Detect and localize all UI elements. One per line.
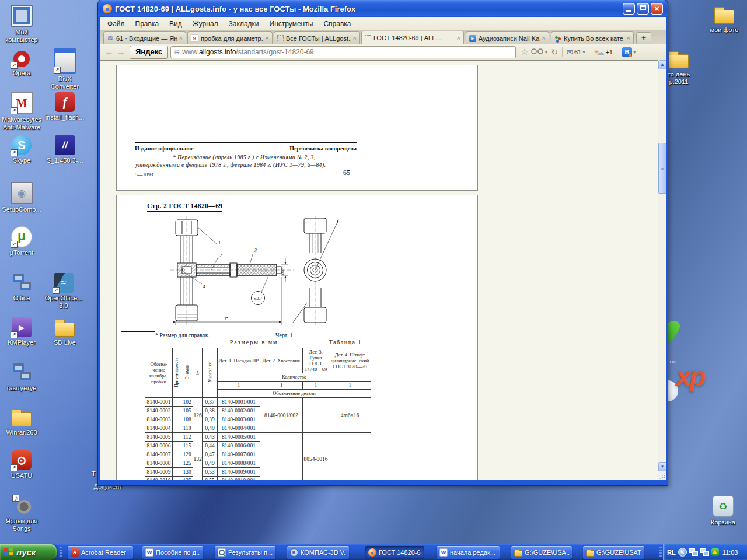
callout-1: 1 <box>218 240 221 246</box>
desktop-icon-songs[interactable]: Ярлык дляSongs <box>1 496 42 533</box>
taskbar-button-folder-guze2[interactable]: G:\GUZE\USAT... <box>583 546 644 559</box>
technical-drawing: 1 2 3 4 п.1.4 l* Ø20 <box>168 216 349 330</box>
window-titlebar[interactable]: ГОСТ 14820-69 | ALLgosts.info - у нас вс… <box>98 0 668 18</box>
desktop-icon-my-computer[interactable]: Мой компьютер <box>1 5 42 44</box>
desktop-icon-install-flash[interactable]: install_flash... <box>44 92 85 121</box>
scrollbar-thumb[interactable] <box>658 143 666 194</box>
desktop-icon-utorrent[interactable]: µTorrent <box>1 226 42 257</box>
menu-file[interactable]: Файл <box>102 19 130 29</box>
weather-widget[interactable]: +1 <box>594 48 613 57</box>
tab-close-icon[interactable] <box>627 35 630 41</box>
menu-history[interactable]: Журнал <box>187 19 224 29</box>
menu-edit[interactable]: Правка <box>130 19 165 29</box>
tab-close-icon[interactable] <box>266 35 269 41</box>
taskbar-button-kompas[interactable]: КОМПАС-3D V... <box>287 546 349 559</box>
desktop-icon-usatu[interactable]: USATU <box>1 450 42 480</box>
desktop-icon-kmplayer[interactable]: KMPlayer <box>1 317 42 346</box>
menu-bar: Файл Правка Вид Журнал Закладки Инструме… <box>100 18 666 30</box>
taskbar-button-search-results[interactable]: Результаты п... <box>215 546 275 559</box>
chevron-down-icon[interactable] <box>545 49 548 55</box>
desktop-icon-setupcomp[interactable]: SetupComp... <box>1 182 42 214</box>
tab-close-icon[interactable] <box>542 35 546 41</box>
desktop-icon-openoffice[interactable]: OpenOffice... 3.0 <box>43 273 84 310</box>
maximize-button[interactable] <box>637 3 649 15</box>
refresh-icon[interactable] <box>551 47 558 57</box>
desktop-icon-opera[interactable]: Opera <box>1 48 42 77</box>
folder-icon <box>12 412 32 426</box>
back-button[interactable] <box>103 46 115 58</box>
play-icon <box>469 35 476 42</box>
tab-audio[interactable]: Аудиозаписи Nail Ka... <box>466 32 549 44</box>
yandex-bar-icon[interactable]: B <box>622 47 632 57</box>
rule <box>135 142 357 143</box>
network-tray-icon[interactable] <box>700 548 709 556</box>
desktop-icon-s-file[interactable]: S_1.450.3-... <box>44 135 85 164</box>
desktop-icon-network[interactable]: гаытуетуе <box>1 363 42 392</box>
page-2-header: Стр. 2 ГОСТ 14820—69 <box>147 202 222 212</box>
col-designation: Обозна- чение калибра- пробки <box>145 348 173 398</box>
reissue-note-line1: * Переиздание (апрель 1985 г.) с Изменен… <box>173 154 315 160</box>
menu-tools[interactable]: Инструменты <box>264 19 319 29</box>
yandex-search-button[interactable]: Яндекс <box>130 46 168 59</box>
search-icon <box>218 548 226 556</box>
setup-icon <box>11 182 33 204</box>
chevron-down-icon[interactable] <box>582 49 585 55</box>
globe-icon <box>174 48 180 56</box>
resize-grip[interactable] <box>659 473 666 479</box>
new-tab-button[interactable]: + <box>636 32 651 45</box>
desktop-icon-skype[interactable]: Skype <box>1 135 42 164</box>
minimize-button[interactable] <box>623 3 635 15</box>
table-row: 8140-00011021260,378140-0001/0018140-000… <box>145 398 371 407</box>
antivirus-warning-icon[interactable] <box>711 548 719 556</box>
tab-close-icon[interactable] <box>457 35 460 41</box>
tab-shop[interactable]: Купить Во всех кате... <box>551 32 634 44</box>
quick-launch-separator <box>60 547 62 558</box>
folder-icon <box>669 54 689 68</box>
tab-close-icon[interactable] <box>179 35 183 41</box>
scroll-up-button[interactable] <box>658 60 666 69</box>
desktop-icon-office[interactable]: Office <box>1 273 42 302</box>
tab-gost-active[interactable]: ГОСТ 14820-69 | ALL... <box>361 31 464 44</box>
desktop-icon-divx[interactable]: DivX Converter <box>44 48 85 90</box>
taskbar-button-posobie[interactable]: Пособие по д... <box>142 546 203 559</box>
url-bar[interactable]: www.allgosts.info/standarts/gost-14820-6… <box>170 46 516 58</box>
menu-view[interactable]: Вид <box>164 19 187 29</box>
openoffice-icon <box>54 273 74 293</box>
start-button[interactable]: пуск <box>0 544 57 560</box>
language-indicator[interactable]: RL <box>667 549 676 556</box>
word-document-icon <box>145 548 153 556</box>
forward-button[interactable] <box>115 46 127 58</box>
desktop-icon-my-photos[interactable]: мои фото <box>704 5 745 34</box>
desktop-icon-sb-live[interactable]: SB Live <box>44 317 85 346</box>
desktop-icon-winrar[interactable]: Winrar.260 <box>1 407 42 436</box>
acrobat-icon <box>71 548 79 556</box>
desktop-icon-malwarebytes[interactable]: Malwarebytes Anti-Malware <box>1 92 42 131</box>
bookmark-star-icon[interactable] <box>521 47 528 57</box>
vertical-scrollbar[interactable] <box>658 60 666 480</box>
read-later-glasses-icon[interactable] <box>531 47 544 57</box>
tab-mail[interactable]: 61 · Входящие — Ян... <box>103 32 186 44</box>
tray-collapse-arrow-icon[interactable] <box>678 548 687 556</box>
tab-close-icon[interactable] <box>353 35 357 41</box>
tab-allgosts[interactable]: Все ГОСТы | ALLgost... <box>274 32 360 44</box>
chevron-down-icon[interactable] <box>633 49 636 55</box>
taskbar-button-gost-firefox[interactable]: ГОСТ 14820-6... <box>365 546 424 559</box>
menu-help[interactable]: Справка <box>318 19 356 29</box>
mail-toolbar-icon[interactable] <box>567 48 573 57</box>
system-tray: RL 11:03 <box>663 544 747 560</box>
desktop-icon-recycle-bin[interactable]: Корзина <box>703 496 743 526</box>
table-row: 8140-00051121320,438140-0005/0018054-001… <box>145 433 371 442</box>
navigation-toolbar: Яндекс www.allgosts.info/standarts/gost-… <box>100 44 666 60</box>
close-button[interactable] <box>651 3 663 15</box>
taskbar-button-nachala[interactable]: начала редак... <box>437 546 500 559</box>
scroll-down-button[interactable] <box>658 462 666 471</box>
menu-bookmarks[interactable]: Закладки <box>224 19 264 29</box>
tab-search[interactable]: пробка для диаметр... <box>187 32 273 44</box>
skype-icon <box>12 135 32 155</box>
network-tray-icon[interactable] <box>689 548 698 556</box>
col-det3: Дет. 3. Ручка ГОСТ 14748—69 <box>303 348 329 373</box>
reprint-forbidden-label: Перепечатка воспрещена <box>289 145 357 152</box>
footnote-rule <box>121 331 155 332</box>
taskbar-button-acrobat[interactable]: Acrobat Reader <box>68 546 133 559</box>
taskbar-button-folder-guze1[interactable]: G:\GUZE\USA... <box>511 546 572 559</box>
